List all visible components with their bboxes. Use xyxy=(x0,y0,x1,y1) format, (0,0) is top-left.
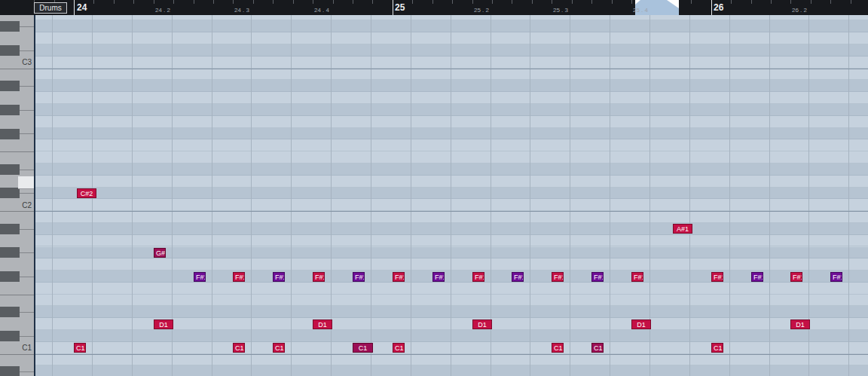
bar-start-line xyxy=(393,0,393,15)
grid-row-F1 xyxy=(35,283,868,295)
midi-note[interactable]: C1 xyxy=(273,343,285,353)
midi-note[interactable]: D1 xyxy=(472,319,492,329)
piano-key-black-A#2[interactable] xyxy=(0,81,20,91)
ruler-label: 26 xyxy=(714,2,723,13)
ruler-tick xyxy=(631,0,632,4)
midi-note[interactable]: F#1 xyxy=(512,272,524,282)
highlighted-key xyxy=(18,176,34,189)
ruler-tick xyxy=(173,0,174,4)
grid-beat-line xyxy=(52,15,53,376)
ruler-tick xyxy=(273,0,274,4)
ruler-tick xyxy=(731,0,732,4)
white-key-separator xyxy=(20,133,34,134)
white-key-boundary xyxy=(0,211,34,212)
midi-note[interactable]: F#1 xyxy=(472,272,484,282)
grid-row-F#2 xyxy=(35,128,868,140)
timeline-ruler[interactable]: 2424 . 224 . 324 . 42525 . 225 . 325 . 4… xyxy=(0,0,868,15)
midi-note[interactable]: D1 xyxy=(631,319,651,329)
grid-row-D2 xyxy=(35,176,868,188)
midi-note[interactable]: F#1 xyxy=(194,272,206,282)
grid-row-A#0 xyxy=(35,365,868,376)
grid-beat-line xyxy=(132,15,133,376)
midi-note[interactable]: F#1 xyxy=(751,272,763,282)
midi-note[interactable]: C1 xyxy=(591,343,604,353)
part-name-chip[interactable]: Drums xyxy=(34,2,67,14)
ruler-label: 25 . 2 xyxy=(474,7,489,14)
grid-row-C#2 xyxy=(35,188,868,200)
midi-note[interactable]: F#1 xyxy=(273,272,285,282)
midi-note[interactable]: F#1 xyxy=(393,272,405,282)
locator-handle-icon xyxy=(667,0,679,8)
white-key-separator xyxy=(20,312,34,313)
midi-note[interactable]: C#2 xyxy=(77,188,96,198)
midi-note[interactable]: F#1 xyxy=(711,272,723,282)
midi-note[interactable]: C1 xyxy=(711,343,723,353)
ruler-label: 25 . 3 xyxy=(553,7,568,14)
piano-key-black-D#2[interactable] xyxy=(0,164,20,175)
midi-note[interactable]: D1 xyxy=(313,319,332,329)
midi-note[interactable]: C1 xyxy=(393,343,405,353)
midi-note[interactable]: D1 xyxy=(154,319,173,329)
octave-label-C1: C1 xyxy=(22,344,32,352)
ruler-tick xyxy=(492,0,493,4)
white-key-separator xyxy=(20,110,34,111)
ruler-tick xyxy=(612,0,613,4)
grid-beat-line xyxy=(411,15,411,376)
grid-row-B2 xyxy=(35,69,868,81)
grid-row-B1 xyxy=(35,211,868,223)
ruler-tick xyxy=(751,0,752,4)
midi-note[interactable]: C1 xyxy=(353,343,373,353)
white-key-separator xyxy=(20,229,34,230)
octave-divider xyxy=(35,354,868,355)
midi-note[interactable]: F#1 xyxy=(233,272,245,282)
grid-row-G1 xyxy=(35,258,868,271)
ruler-tick xyxy=(472,0,473,4)
piano-key-black-C#2[interactable] xyxy=(0,188,20,198)
midi-note[interactable]: C1 xyxy=(233,343,245,353)
ruler-label: 26 . 2 xyxy=(792,7,807,14)
piano-key-black-C#3[interactable] xyxy=(0,45,20,56)
ruler-label: 24 . 4 xyxy=(314,7,329,14)
ruler-tick xyxy=(432,0,433,4)
midi-note[interactable]: F#1 xyxy=(432,272,445,282)
midi-note[interactable]: G#1 xyxy=(154,248,166,258)
piano-key-black-C#1[interactable] xyxy=(0,331,20,341)
grid-row-D#1 xyxy=(35,306,868,318)
midi-note[interactable]: F#1 xyxy=(552,272,564,282)
piano-key-black-A#1[interactable] xyxy=(0,224,20,234)
piano-key-black-G#2[interactable] xyxy=(0,105,20,115)
midi-note[interactable]: F#1 xyxy=(631,272,643,282)
piano-key-black-D#1[interactable] xyxy=(0,307,20,317)
white-key-separator xyxy=(20,50,34,51)
ruler-tick xyxy=(512,0,512,4)
midi-note[interactable]: F#1 xyxy=(830,272,842,282)
ruler-tick xyxy=(572,0,573,4)
ruler-tick xyxy=(154,0,154,4)
midi-note[interactable]: A#1 xyxy=(673,224,692,234)
grid-row-F#1 xyxy=(35,271,868,283)
grid-row-D#2 xyxy=(35,164,868,176)
ruler-tick xyxy=(552,0,552,4)
piano-key-black-G#1[interactable] xyxy=(0,247,20,258)
grid-row-E1 xyxy=(35,295,868,307)
midi-note[interactable]: C1 xyxy=(74,343,86,353)
white-key-separator xyxy=(20,336,34,337)
ruler-tick xyxy=(372,0,373,4)
ruler-tick xyxy=(233,0,234,4)
piano-roll-editor: C#2A#1G#1F#1F#1F#1F#1F#1F#1F#1F#1F#1F#1F… xyxy=(0,0,868,376)
grid-row-C3 xyxy=(35,57,868,69)
midi-note[interactable]: D1 xyxy=(790,319,810,329)
note-grid[interactable]: C#2A#1G#1F#1F#1F#1F#1F#1F#1F#1F#1F#1F#1F… xyxy=(0,0,868,376)
midi-note[interactable]: F#1 xyxy=(313,272,325,282)
piano-key-black-F#2[interactable] xyxy=(0,129,20,139)
ruler-tick xyxy=(591,0,592,4)
midi-note[interactable]: F#1 xyxy=(591,272,604,282)
midi-note[interactable]: C1 xyxy=(552,343,564,353)
piano-key-black-A#0[interactable] xyxy=(0,366,20,376)
ruler-label: 24 xyxy=(77,2,87,13)
midi-note[interactable]: F#1 xyxy=(790,272,802,282)
midi-note[interactable]: F#1 xyxy=(353,272,365,282)
ruler-tick xyxy=(412,0,413,4)
piano-key-black-D#3[interactable] xyxy=(0,21,20,32)
piano-key-black-F#1[interactable] xyxy=(0,271,20,282)
